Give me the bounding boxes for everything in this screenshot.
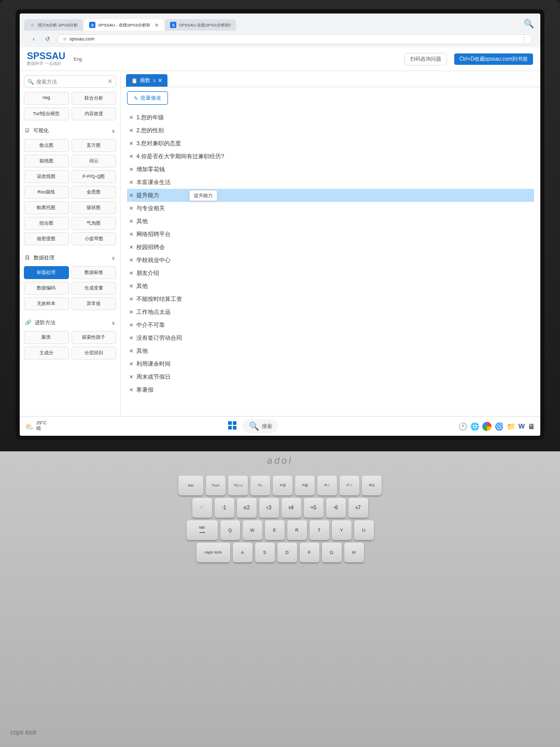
quick-btn-rwg[interactable]: rwg: [24, 92, 69, 105]
key-s[interactable]: S: [255, 543, 275, 562]
data-invalid[interactable]: 无效样本: [24, 297, 69, 310]
key-4[interactable]: $4: [282, 498, 301, 518]
key-2[interactable]: @2: [237, 498, 257, 518]
list-item-4[interactable]: ✕ 增加零花钱: [127, 163, 534, 176]
key-f5[interactable]: f5⊞: [295, 476, 315, 495]
key-f1[interactable]: f1ω×: [206, 476, 226, 495]
list-item-1[interactable]: ✕ 2.您的性别: [127, 124, 534, 137]
vis-scatter[interactable]: 散点图: [24, 139, 69, 152]
list-item-9[interactable]: ✕ 网络招聘平台: [127, 228, 534, 241]
advanced-section-header[interactable]: 🔗 进阶方法 ∨: [24, 316, 116, 329]
key-f6[interactable]: f6☆: [317, 476, 337, 495]
list-item-19[interactable]: ✕ 利用课余时间: [127, 357, 534, 370]
data-outlier[interactable]: 异常值: [72, 297, 117, 310]
key-tab[interactable]: tab⟶: [187, 520, 218, 540]
key-y[interactable]: Y: [332, 520, 352, 540]
vis-violin[interactable]: 小提琴图: [72, 232, 117, 245]
scan-qr-button[interactable]: 扫码咨询问题: [404, 53, 447, 65]
browser-tab-1[interactable]: ☆ 统计&分析-SPSS分析: [24, 19, 83, 31]
key-u[interactable]: U: [354, 520, 374, 540]
vis-cluster[interactable]: 簇状图: [72, 201, 117, 214]
key-f4[interactable]: f4☰: [273, 476, 292, 495]
list-item-7[interactable]: ✕ 与专业相关: [127, 202, 534, 215]
list-item-16[interactable]: ✕ 中介不可靠: [127, 319, 534, 331]
clock-icon[interactable]: 🕐: [458, 422, 467, 431]
vis-errorbar[interactable]: 误差线图: [24, 170, 69, 183]
frequency-tab[interactable]: 📋 频数 3 ✕: [126, 74, 167, 87]
key-caps-lock[interactable]: caps lock: [197, 543, 230, 562]
back-button[interactable]: ‹: [28, 33, 39, 45]
vis-kde[interactable]: 核密度图: [24, 232, 69, 245]
browser-taskbar-icon[interactable]: 🌐: [470, 422, 479, 431]
data-gen-var[interactable]: 生成变量: [72, 282, 117, 295]
key-w[interactable]: W: [243, 520, 262, 540]
data-encoding[interactable]: 数据编码: [24, 282, 69, 295]
address-bar[interactable]: ☆ spssau.com ⋮: [57, 34, 532, 44]
tab-close-btn[interactable]: ✕: [155, 22, 159, 28]
frequency-tab-close[interactable]: ✕: [158, 77, 162, 84]
adv-hierarchical[interactable]: 分层回归: [72, 347, 117, 359]
vis-boxplot[interactable]: 箱线图: [24, 155, 69, 168]
key-tilde[interactable]: ~`: [192, 498, 212, 518]
list-item-10[interactable]: ✕ 校园招聘会: [127, 241, 534, 254]
key-g[interactable]: G: [322, 543, 342, 562]
refresh-button[interactable]: ↺: [41, 33, 53, 45]
vis-bubble[interactable]: 气泡图: [72, 217, 117, 230]
key-r[interactable]: R: [287, 520, 307, 540]
list-item-6[interactable]: ✕ 提升能力 提升能力: [127, 189, 534, 202]
list-item-14[interactable]: ✕ 不能按时结算工资: [127, 293, 534, 306]
search-input[interactable]: [36, 79, 105, 85]
batch-edit-button[interactable]: ✎ 批量修改: [127, 91, 168, 105]
data-labels[interactable]: 数据标签: [72, 266, 117, 279]
vis-ppqq[interactable]: P-P/Q-Q图: [72, 170, 117, 183]
key-a[interactable]: A: [233, 543, 253, 562]
key-f2[interactable]: f2▷◁: [228, 476, 248, 495]
key-h[interactable]: H: [344, 543, 364, 562]
start-button[interactable]: [226, 419, 239, 432]
list-item-18[interactable]: ✕ 其他: [127, 344, 534, 357]
visualize-section-header[interactable]: ☑ 可视化 ∨: [24, 125, 116, 137]
key-1[interactable]: !1: [215, 498, 234, 518]
key-q[interactable]: Q: [220, 520, 240, 540]
list-item-0[interactable]: ✕ 1.您的年级: [127, 111, 534, 124]
monitor-taskbar-icon[interactable]: 🖥: [528, 422, 535, 431]
word-taskbar-icon[interactable]: W: [519, 422, 525, 430]
list-item-2[interactable]: ✕ 3.您对兼职的态度: [127, 137, 534, 150]
key-t[interactable]: T: [310, 520, 329, 540]
key-5[interactable]: %5: [304, 498, 324, 518]
quick-btn-content[interactable]: 内容效度: [72, 107, 117, 120]
vis-genie[interactable]: 金恩图: [72, 186, 117, 199]
list-item-11[interactable]: ✕ 学校就业中心: [127, 254, 534, 267]
key-d[interactable]: D: [277, 543, 297, 562]
list-item-21[interactable]: ✕ 寒暑假: [127, 383, 534, 396]
list-item-17[interactable]: ✕ 没有签订劳动合同: [127, 331, 534, 344]
list-item-3[interactable]: ✕ 4.你是否在大学期间有过兼职经历?: [127, 150, 534, 163]
adv-cluster[interactable]: 聚类: [24, 331, 69, 344]
folder-taskbar-icon[interactable]: 📁: [507, 422, 515, 431]
list-item-8[interactable]: ✕ 其他: [127, 215, 534, 228]
taskbar-search[interactable]: 🔍 搜索: [243, 419, 278, 433]
key-7[interactable]: &7: [348, 498, 368, 518]
list-item-5[interactable]: ✕ 丰富课余生活: [127, 176, 534, 189]
search-bar[interactable]: 🔍 ✕: [24, 75, 116, 88]
key-esc[interactable]: esc: [178, 476, 203, 495]
data-section-header[interactable]: 目 数据处理 ∨: [24, 252, 116, 264]
list-item-13[interactable]: ✕ 其他: [127, 280, 534, 293]
search-clear-icon[interactable]: ✕: [107, 78, 113, 85]
vis-roc[interactable]: Roc曲线: [24, 186, 69, 199]
vis-pareto[interactable]: 帕累托图: [24, 201, 69, 214]
list-item-20[interactable]: ✕ 周末或节假日: [127, 370, 534, 383]
quick-btn-union[interactable]: 联合分析: [72, 92, 117, 105]
key-f8[interactable]: f8⊡: [362, 476, 382, 495]
list-item-12[interactable]: ✕ 朋友介绍: [127, 267, 534, 280]
vis-histogram[interactable]: 直方图: [72, 139, 117, 152]
adv-pca[interactable]: 主成分: [24, 347, 69, 359]
data-title[interactable]: 标题处理: [24, 266, 69, 279]
bookmark-button[interactable]: Ctrl+D收藏spssau.com到书签: [454, 53, 533, 65]
key-f7[interactable]: f7☆: [340, 476, 359, 495]
key-f3[interactable]: f3♪: [250, 476, 270, 495]
list-item-15[interactable]: ✕ 工作地点太远: [127, 306, 534, 319]
key-6[interactable]: ^6: [326, 498, 346, 518]
browser-tab-2[interactable]: S SPSSAU - 在线SPSS分析软件 ✕: [84, 19, 164, 31]
adv-efa[interactable]: 探索性因子: [72, 331, 117, 344]
